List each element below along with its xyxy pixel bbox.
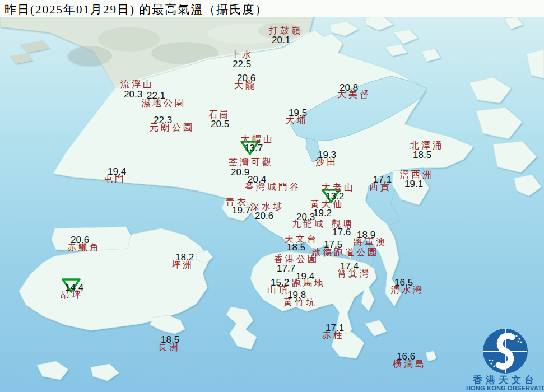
station-name: 黃大仙 bbox=[310, 199, 344, 209]
station-name: 天文台 bbox=[285, 234, 318, 244]
station-value: 20.3 bbox=[124, 90, 142, 99]
station-name: 青衣 bbox=[226, 197, 248, 207]
hko-max-temperature-map: ) bbox=[0, 0, 544, 392]
station-name: 九龍城 bbox=[292, 219, 326, 228]
hko-logo-icon bbox=[480, 328, 531, 374]
station-value: 19.1 bbox=[404, 180, 423, 188]
station-name: 長洲 bbox=[158, 342, 180, 352]
station-value: 20.9 bbox=[231, 168, 249, 176]
station-value: 17.6 bbox=[332, 228, 351, 236]
station-name: 觀塘 bbox=[332, 219, 354, 228]
station-name: 西貢 bbox=[369, 182, 392, 192]
station-name: 筲箕灣 bbox=[337, 269, 371, 278]
station-name: 荃灣可觀 bbox=[229, 157, 273, 167]
station-name: 跑馬地 bbox=[292, 278, 326, 288]
title-bar: 昨日(2025年01月29日) 的最高氣溫（攝氏度） bbox=[0, 0, 544, 17]
stations-layer: 20.1打鼓嶺22.5上水20.6大隴20.3流浮山22.1濕地公園22.3元朗… bbox=[0, 0, 544, 392]
hko-logo-english: HONG KONG OBSERVATORY bbox=[466, 385, 544, 392]
station-name: 坪洲 bbox=[171, 260, 194, 269]
hko-logo-chinese: 香港天文台 bbox=[466, 375, 544, 385]
station-name: 大老山 bbox=[322, 183, 355, 192]
station-value: 18.5 bbox=[287, 243, 305, 251]
map-title: 昨日(2025年01月29日) 的最高氣溫（攝氏度） bbox=[4, 2, 268, 17]
station-name: 滘西洲 bbox=[400, 170, 434, 179]
station-name: 北潭涌 bbox=[410, 141, 444, 150]
station-name: 清水灣 bbox=[390, 285, 424, 295]
hko-logo: 香港天文台 HONG KONG OBSERVATORY bbox=[466, 328, 544, 392]
station-name: 濕地公園 bbox=[141, 98, 186, 108]
station-name: 赤鱲角 bbox=[67, 242, 101, 252]
station-name: 流浮山 bbox=[120, 80, 154, 89]
station-name: 大美督 bbox=[337, 90, 371, 99]
station-value: 17.7 bbox=[277, 264, 295, 273]
station-value: 20.1 bbox=[272, 36, 290, 44]
station-name: 香港公園 bbox=[274, 254, 319, 264]
station-name: 大帽山 bbox=[241, 134, 275, 144]
station-name: 將軍澳 bbox=[354, 237, 387, 247]
station-name: 橫瀾島 bbox=[393, 359, 426, 368]
station-name: 啟德跑道公園 bbox=[311, 248, 379, 257]
station-name: 沙田 bbox=[315, 157, 338, 167]
station-value: 19.7 bbox=[232, 206, 250, 214]
station-value: 20.6 bbox=[255, 212, 273, 220]
station-name: 屯門 bbox=[104, 174, 126, 184]
station-name: 元朗公園 bbox=[150, 123, 194, 132]
station-name: 山頂 bbox=[267, 285, 290, 295]
station-value: 18.5 bbox=[413, 151, 431, 159]
station-name: 赤柱 bbox=[322, 330, 345, 340]
station-name: 石崗 bbox=[208, 110, 231, 119]
station-value: 13.7 bbox=[244, 144, 263, 152]
station-value: 22.5 bbox=[233, 60, 251, 68]
station-name: 大隴 bbox=[234, 81, 257, 90]
station-name: 深水埗 bbox=[250, 202, 284, 211]
station-value: 19.2 bbox=[313, 209, 332, 217]
station-name: 大埔 bbox=[286, 115, 308, 125]
station-name: 打鼓嶺 bbox=[269, 26, 303, 35]
station-value: 20.5 bbox=[211, 120, 229, 128]
station-name: 上水 bbox=[231, 50, 253, 59]
station-name: 昂坪 bbox=[61, 290, 83, 300]
station-name: 荃灣城門谷 bbox=[245, 182, 301, 192]
station-name: 黃竹坑 bbox=[283, 297, 317, 307]
